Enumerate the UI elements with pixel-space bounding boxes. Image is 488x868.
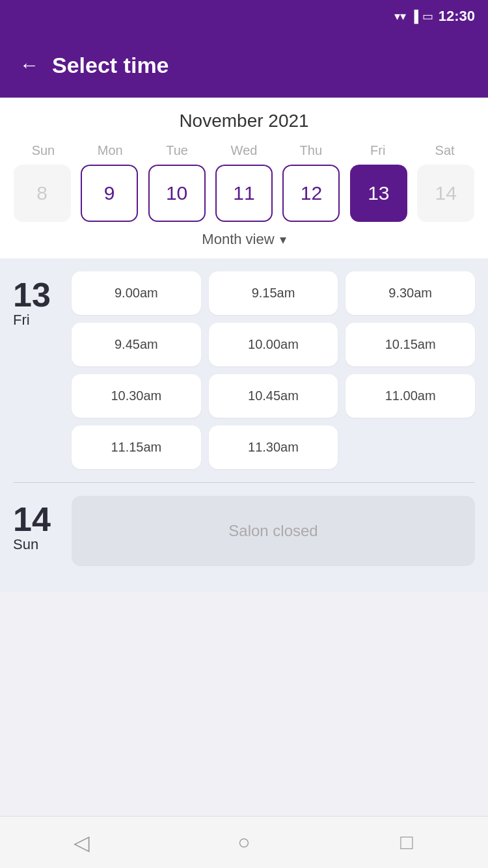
page-title: Select time bbox=[52, 53, 169, 78]
time-slot-930am[interactable]: 9.30am bbox=[346, 271, 475, 315]
day-label-14: 14 Sun bbox=[13, 496, 59, 566]
day-9[interactable]: 9 bbox=[81, 165, 138, 222]
day-12[interactable]: 12 bbox=[282, 165, 340, 222]
month-title: November 2021 bbox=[10, 111, 478, 131]
time-grid-13: 9.00am 9.15am 9.30am 9.45am 10.00am 10.1… bbox=[72, 271, 475, 469]
day-section-13: 13 Fri 9.00am 9.15am 9.30am 9.45am 10.00… bbox=[13, 271, 475, 469]
day-section-14: 14 Sun Salon closed bbox=[13, 496, 475, 566]
weekday-sat: Sat bbox=[411, 143, 478, 158]
time-slot-1130am[interactable]: 11.30am bbox=[209, 426, 338, 469]
bottom-nav: ◁ ○ □ bbox=[0, 816, 488, 868]
day-name-14: Sun bbox=[13, 536, 38, 553]
weekday-sun: Sun bbox=[10, 143, 77, 158]
day-name-13: Fri bbox=[13, 312, 30, 329]
nav-back-button[interactable]: ◁ bbox=[62, 823, 101, 862]
weekday-row: Sun Mon Tue Wed Thu Fri Sat bbox=[10, 143, 478, 158]
time-slot-900am[interactable]: 9.00am bbox=[72, 271, 201, 315]
time-slot-1015am[interactable]: 10.15am bbox=[346, 323, 475, 366]
status-bar: ▾▾ ▐ ▭ 12:30 bbox=[0, 0, 488, 33]
day-number-13: 13 bbox=[13, 278, 51, 312]
weekday-wed: Wed bbox=[211, 143, 278, 158]
nav-recent-button[interactable]: □ bbox=[387, 823, 426, 862]
app-header: ← Select time bbox=[0, 33, 488, 98]
day-14[interactable]: 14 bbox=[417, 165, 474, 222]
wifi-icon: ▾▾ bbox=[394, 9, 406, 23]
nav-home-button[interactable]: ○ bbox=[224, 823, 264, 862]
weekday-fri: Fri bbox=[344, 143, 411, 158]
day-11[interactable]: 11 bbox=[215, 165, 273, 222]
time-slot-915am[interactable]: 9.15am bbox=[209, 271, 338, 315]
chevron-down-icon: ▾ bbox=[280, 232, 286, 247]
status-icons: ▾▾ ▐ ▭ bbox=[394, 9, 433, 23]
time-slot-1030am[interactable]: 10.30am bbox=[72, 374, 201, 418]
days-row: 8 9 10 11 12 13 14 bbox=[10, 165, 478, 222]
battery-icon: ▭ bbox=[422, 9, 433, 23]
time-slot-1045am[interactable]: 10.45am bbox=[209, 374, 338, 418]
slots-area: 13 Fri 9.00am 9.15am 9.30am 9.45am 10.00… bbox=[0, 258, 488, 592]
signal-icon: ▐ bbox=[410, 10, 418, 23]
time-slot-1000am[interactable]: 10.00am bbox=[209, 323, 338, 366]
day-13[interactable]: 13 bbox=[350, 165, 407, 222]
day-8[interactable]: 8 bbox=[14, 165, 71, 222]
salon-closed-box: Salon closed bbox=[72, 496, 475, 566]
section-divider bbox=[13, 482, 475, 483]
weekday-thu: Thu bbox=[277, 143, 344, 158]
day-number-14: 14 bbox=[13, 502, 51, 536]
day-label-13: 13 Fri bbox=[13, 271, 59, 469]
time-slot-945am[interactable]: 9.45am bbox=[72, 323, 201, 366]
back-button[interactable]: ← bbox=[20, 54, 39, 76]
time-slot-1100am[interactable]: 11.00am bbox=[346, 374, 475, 418]
status-time: 12:30 bbox=[439, 8, 475, 25]
time-slot-1115am[interactable]: 11.15am bbox=[72, 426, 201, 469]
day-10[interactable]: 10 bbox=[148, 165, 206, 222]
weekday-tue: Tue bbox=[144, 143, 211, 158]
salon-closed-label: Salon closed bbox=[228, 522, 318, 540]
month-view-button[interactable]: Month view ▾ bbox=[10, 231, 478, 252]
weekday-mon: Mon bbox=[77, 143, 144, 158]
month-view-label: Month view bbox=[202, 231, 274, 248]
calendar-section: November 2021 Sun Mon Tue Wed Thu Fri Sa… bbox=[0, 98, 488, 258]
